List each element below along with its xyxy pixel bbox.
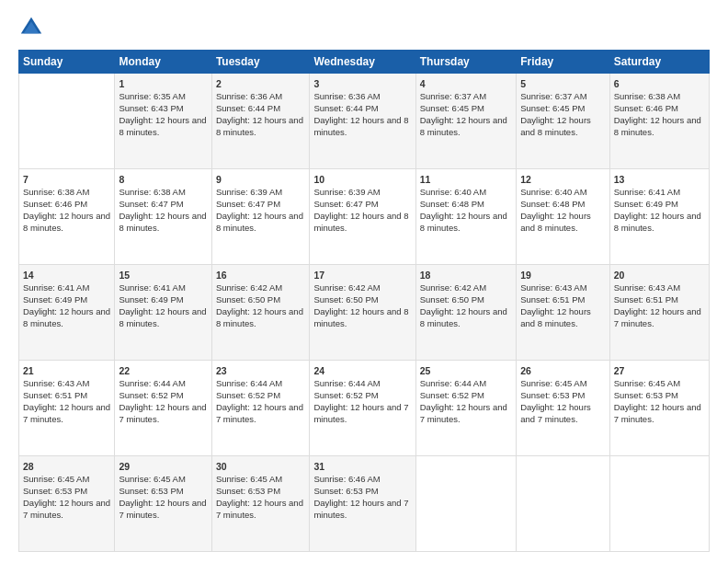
calendar-cell: 9Sunrise: 6:39 AMSunset: 6:47 PMDaylight… [211, 169, 310, 265]
sunrise-text: Sunrise: 6:43 AM [23, 378, 89, 388]
sunrise-text: Sunrise: 6:46 AM [313, 474, 380, 484]
day-number: 20 [614, 269, 705, 282]
sunrise-text: Sunrise: 6:36 AM [313, 91, 380, 101]
day-number: 28 [23, 460, 110, 473]
logo [18, 15, 48, 40]
daylight-text: Daylight: 12 hours and 7 minutes. [614, 306, 701, 328]
sunrise-text: Sunrise: 6:45 AM [216, 474, 282, 484]
header-cell-tuesday: Tuesday [211, 51, 310, 74]
sunrise-text: Sunrise: 6:37 AM [420, 91, 486, 101]
calendar-cell: 24Sunrise: 6:44 AMSunset: 6:52 PMDayligh… [310, 361, 415, 456]
sunset-text: Sunset: 6:46 PM [614, 103, 678, 113]
sunrise-text: Sunrise: 6:43 AM [520, 282, 586, 293]
day-number: 16 [216, 269, 306, 282]
sunrise-text: Sunrise: 6:42 AM [313, 282, 380, 293]
day-number: 9 [216, 173, 306, 186]
sunrise-text: Sunrise: 6:41 AM [614, 187, 680, 197]
daylight-text: Daylight: 12 hours and 8 minutes. [520, 306, 591, 328]
calendar-cell: 6Sunrise: 6:38 AMSunset: 6:46 PMDaylight… [609, 74, 709, 169]
day-number: 14 [23, 269, 110, 282]
daylight-text: Daylight: 12 hours and 7 minutes. [313, 402, 408, 424]
sunset-text: Sunset: 6:53 PM [23, 486, 87, 496]
calendar-cell [609, 456, 709, 552]
sunset-text: Sunset: 6:49 PM [119, 294, 183, 304]
calendar-cell: 11Sunrise: 6:40 AMSunset: 6:48 PMDayligh… [415, 169, 516, 265]
day-number: 18 [420, 269, 512, 282]
week-row-5: 28Sunrise: 6:45 AMSunset: 6:53 PMDayligh… [19, 456, 710, 552]
day-number: 10 [313, 173, 411, 186]
calendar-cell: 12Sunrise: 6:40 AMSunset: 6:48 PMDayligh… [517, 169, 609, 265]
calendar-cell: 22Sunrise: 6:44 AMSunset: 6:52 PMDayligh… [115, 361, 211, 456]
daylight-text: Daylight: 12 hours and 8 minutes. [420, 211, 507, 233]
sunset-text: Sunset: 6:45 PM [420, 103, 484, 113]
calendar-cell: 31Sunrise: 6:46 AMSunset: 6:53 PMDayligh… [310, 456, 415, 552]
day-number: 17 [313, 269, 411, 282]
header-cell-monday: Monday [115, 51, 211, 74]
sunset-text: Sunset: 6:51 PM [614, 294, 678, 304]
sunrise-text: Sunrise: 6:42 AM [216, 282, 282, 293]
daylight-text: Daylight: 12 hours and 7 minutes. [614, 402, 701, 424]
daylight-text: Daylight: 12 hours and 7 minutes. [119, 498, 206, 520]
day-number: 4 [420, 77, 512, 90]
calendar-cell: 23Sunrise: 6:44 AMSunset: 6:52 PMDayligh… [211, 361, 310, 456]
sunset-text: Sunset: 6:52 PM [313, 390, 378, 400]
page: SundayMondayTuesdayWednesdayThursdayFrid… [0, 0, 728, 563]
daylight-text: Daylight: 12 hours and 8 minutes. [313, 211, 408, 233]
daylight-text: Daylight: 12 hours and 8 minutes. [119, 115, 206, 137]
sunrise-text: Sunrise: 6:45 AM [614, 378, 680, 388]
sunset-text: Sunset: 6:43 PM [119, 103, 183, 113]
sunrise-text: Sunrise: 6:45 AM [23, 474, 89, 484]
sunrise-text: Sunrise: 6:38 AM [23, 187, 89, 197]
sunset-text: Sunset: 6:46 PM [23, 199, 87, 209]
calendar-cell: 15Sunrise: 6:41 AMSunset: 6:49 PMDayligh… [115, 265, 211, 361]
day-number: 3 [313, 77, 411, 90]
sunrise-text: Sunrise: 6:39 AM [216, 187, 282, 197]
sunset-text: Sunset: 6:52 PM [420, 390, 484, 400]
daylight-text: Daylight: 12 hours and 7 minutes. [313, 498, 408, 520]
sunset-text: Sunset: 6:45 PM [520, 103, 585, 113]
header-cell-friday: Friday [517, 51, 609, 74]
day-number: 7 [23, 173, 110, 186]
week-row-1: 1Sunrise: 6:35 AMSunset: 6:43 PMDaylight… [19, 74, 710, 169]
daylight-text: Daylight: 12 hours and 8 minutes. [216, 115, 303, 137]
day-number: 31 [313, 460, 411, 473]
daylight-text: Daylight: 12 hours and 7 minutes. [119, 402, 206, 424]
daylight-text: Daylight: 12 hours and 7 minutes. [520, 402, 591, 424]
sunrise-text: Sunrise: 6:44 AM [313, 378, 380, 388]
day-number: 1 [119, 77, 207, 90]
calendar-cell: 29Sunrise: 6:45 AMSunset: 6:53 PMDayligh… [115, 456, 211, 552]
daylight-text: Daylight: 12 hours and 8 minutes. [520, 115, 591, 137]
calendar-cell: 19Sunrise: 6:43 AMSunset: 6:51 PMDayligh… [517, 265, 609, 361]
calendar-cell: 5Sunrise: 6:37 AMSunset: 6:45 PMDaylight… [517, 74, 609, 169]
calendar-cell: 28Sunrise: 6:45 AMSunset: 6:53 PMDayligh… [19, 456, 115, 552]
calendar-cell: 1Sunrise: 6:35 AMSunset: 6:43 PMDaylight… [115, 74, 211, 169]
calendar-cell: 26Sunrise: 6:45 AMSunset: 6:53 PMDayligh… [517, 361, 609, 456]
header-cell-thursday: Thursday [415, 51, 516, 74]
daylight-text: Daylight: 12 hours and 8 minutes. [313, 115, 408, 137]
header-cell-sunday: Sunday [19, 51, 115, 74]
sunrise-text: Sunrise: 6:44 AM [119, 378, 185, 388]
sunset-text: Sunset: 6:49 PM [23, 294, 87, 304]
calendar-cell: 27Sunrise: 6:45 AMSunset: 6:53 PMDayligh… [609, 361, 709, 456]
logo-icon [18, 15, 44, 40]
daylight-text: Daylight: 12 hours and 8 minutes. [216, 306, 303, 328]
sunrise-text: Sunrise: 6:35 AM [119, 91, 185, 101]
calendar-cell: 21Sunrise: 6:43 AMSunset: 6:51 PMDayligh… [19, 361, 115, 456]
calendar-cell [415, 456, 516, 552]
day-number: 25 [420, 364, 512, 377]
daylight-text: Daylight: 12 hours and 8 minutes. [614, 211, 701, 233]
sunrise-text: Sunrise: 6:42 AM [420, 282, 486, 293]
sunrise-text: Sunrise: 6:38 AM [614, 91, 680, 101]
calendar-cell: 8Sunrise: 6:38 AMSunset: 6:47 PMDaylight… [115, 169, 211, 265]
sunset-text: Sunset: 6:44 PM [313, 103, 378, 113]
sunrise-text: Sunrise: 6:37 AM [520, 91, 586, 101]
sunset-text: Sunset: 6:49 PM [614, 199, 678, 209]
day-number: 23 [216, 364, 306, 377]
daylight-text: Daylight: 12 hours and 8 minutes. [119, 306, 206, 328]
daylight-text: Daylight: 12 hours and 8 minutes. [216, 211, 303, 233]
sunset-text: Sunset: 6:53 PM [119, 486, 183, 496]
daylight-text: Daylight: 12 hours and 7 minutes. [23, 498, 110, 520]
daylight-text: Daylight: 12 hours and 7 minutes. [216, 498, 303, 520]
sunrise-text: Sunrise: 6:41 AM [23, 282, 89, 293]
day-number: 6 [614, 77, 705, 90]
